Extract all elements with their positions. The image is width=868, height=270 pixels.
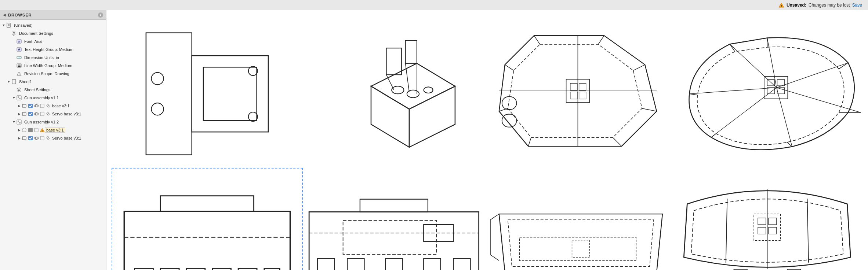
eye-icon-servo-1[interactable] (34, 111, 39, 116)
visibility-checkbox-servo-1[interactable] (28, 111, 33, 116)
svg-point-64 (392, 86, 404, 94)
text-height-label: Text Height Group: Medium (23, 47, 75, 52)
svg-rect-108 (124, 211, 290, 270)
assembly-icon (16, 95, 22, 101)
view-side-orthographic[interactable] (301, 170, 487, 270)
base-v3-1-label: base v3:1 (51, 104, 71, 108)
view-perspective-front[interactable] (487, 170, 674, 270)
eye-icon-servo-2[interactable] (34, 136, 39, 141)
perspective-front-svg (487, 170, 674, 270)
svg-rect-2 (7, 23, 10, 27)
svg-rect-124 (360, 199, 428, 212)
warning-small-icon[interactable]: ! (40, 127, 45, 133)
canvas-area[interactable] (106, 10, 868, 270)
tree-item-servo-base-2[interactable]: ▶ Servo base v3:1 (0, 134, 106, 142)
sheet-small-1[interactable] (40, 103, 45, 108)
view-top-orthographic[interactable] (114, 18, 301, 170)
svg-rect-111 (186, 269, 205, 270)
svg-rect-40 (18, 121, 19, 122)
svg-point-56 (151, 103, 163, 115)
iso-top-svg (674, 18, 861, 170)
expand-servo-2[interactable]: ▶ (17, 136, 21, 140)
svg-rect-82 (502, 97, 516, 110)
sheet-small-servo-2[interactable] (40, 136, 45, 141)
visibility-checkbox-servo-2[interactable] (28, 136, 33, 141)
save-button[interactable]: Save (852, 3, 862, 8)
unsaved-label: Unsaved: (787, 3, 806, 8)
svg-point-31 (35, 105, 37, 107)
unsaved-message: Changes may be lost (809, 3, 850, 8)
visibility-checkbox-2[interactable] (28, 127, 33, 133)
svg-rect-43 (28, 128, 33, 132)
sidebar-title: BROWSER (8, 13, 32, 17)
tree-item-text-height[interactable]: A Text Height Group: Medium (0, 45, 106, 53)
svg-rect-34 (22, 112, 26, 115)
view-front-orthographic[interactable] (114, 170, 301, 270)
revision-icon (16, 71, 22, 77)
view-isometric[interactable] (301, 18, 487, 170)
expand-base-v3-2[interactable]: ▶ (17, 128, 21, 132)
svg-line-94 (690, 94, 698, 95)
tree-item-doc-settings[interactable]: Document Settings (0, 29, 106, 37)
ruler-icon (16, 55, 22, 60)
visibility-checkbox-1[interactable] (28, 103, 33, 108)
link-icon-servo-2[interactable] (46, 136, 51, 141)
tree-item-gun-asm-2[interactable]: ▼ Gun assembly v1:2 (0, 118, 106, 126)
svg-line-136 (807, 199, 809, 263)
part-icon-1 (21, 103, 27, 109)
gun-asm-2-label: Gun assembly v1:2 (23, 120, 60, 124)
svg-point-66 (424, 87, 433, 93)
link-icon-1[interactable] (46, 103, 51, 108)
sidebar-close-button[interactable]: ● (98, 12, 103, 18)
view-front-large[interactable] (487, 18, 674, 170)
svg-rect-109 (135, 269, 153, 270)
expand-unsaved[interactable]: ▼ (1, 23, 6, 27)
tree-item-base-v3-1[interactable]: ▶ base v3:1 (0, 102, 106, 110)
sidebar-header: ◀ BROWSER ● (0, 10, 106, 20)
svg-point-55 (151, 73, 163, 85)
tree-item-servo-base-1[interactable]: ▶ Servo base v3:1 (0, 110, 106, 118)
line-width-icon (16, 63, 22, 69)
svg-rect-47 (22, 137, 26, 140)
view-iso-top[interactable] (674, 18, 861, 170)
tree-item-line-width[interactable]: Line Width Group: Medium (0, 62, 106, 70)
tree-item-unsaved[interactable]: ▼ (Unsaved) (0, 21, 106, 29)
svg-rect-42 (22, 129, 26, 132)
svg-rect-86 (579, 84, 586, 90)
link-icon-servo-1[interactable] (46, 111, 51, 116)
view-perspective-side[interactable] (674, 170, 861, 270)
expand-font (12, 39, 16, 44)
top-view-svg (114, 18, 301, 170)
sidebar-collapse-arrow[interactable]: ◀ (3, 13, 6, 17)
sheet-small-servo-1[interactable] (40, 111, 45, 116)
tree-item-sheet-settings[interactable]: Sheet Settings (0, 86, 106, 94)
base-v3-2-label: base v3:1 (45, 127, 65, 133)
svg-rect-29 (22, 104, 26, 107)
svg-line-74 (633, 65, 645, 71)
svg-line-73 (598, 36, 604, 44)
svg-rect-144 (769, 228, 777, 234)
expand-sheet1[interactable]: ▼ (7, 79, 11, 84)
expand-gun-asm-1[interactable]: ▼ (12, 96, 16, 100)
tree-item-sheet1[interactable]: ▼ Sheet1 (0, 78, 106, 86)
expand-base-v3-1[interactable]: ▶ (17, 104, 21, 108)
tree-item-revision[interactable]: Revision Scope: Drawing (0, 70, 106, 78)
tree-item-gun-asm-1[interactable]: ▼ Gun assembly v1:1 (0, 94, 106, 102)
svg-rect-113 (238, 269, 257, 270)
sidebar: ◀ BROWSER ● ▼ (Unsaved) Document Setting… (0, 10, 106, 270)
expand-gun-asm-2[interactable]: ▼ (12, 120, 16, 124)
servo-base-1-label: Servo base v3:1 (51, 112, 83, 116)
tree-item-base-v3-2[interactable]: ▶ ! base v3:1 (0, 126, 106, 134)
svg-point-22 (19, 74, 19, 75)
part-icon-servo-2 (21, 135, 27, 141)
svg-rect-33 (40, 104, 44, 108)
side-view-svg (301, 170, 487, 270)
tree-item-font[interactable]: A Font: Arial (0, 37, 106, 45)
svg-rect-110 (160, 269, 179, 270)
svg-rect-51 (40, 136, 44, 140)
expand-doc-settings[interactable] (7, 31, 11, 36)
expand-servo-1[interactable]: ▶ (17, 112, 21, 116)
tree-item-dim-units[interactable]: Dimension Units: in (0, 53, 106, 62)
eye-icon-1[interactable] (34, 103, 39, 108)
sheet-small-2[interactable] (34, 127, 39, 133)
